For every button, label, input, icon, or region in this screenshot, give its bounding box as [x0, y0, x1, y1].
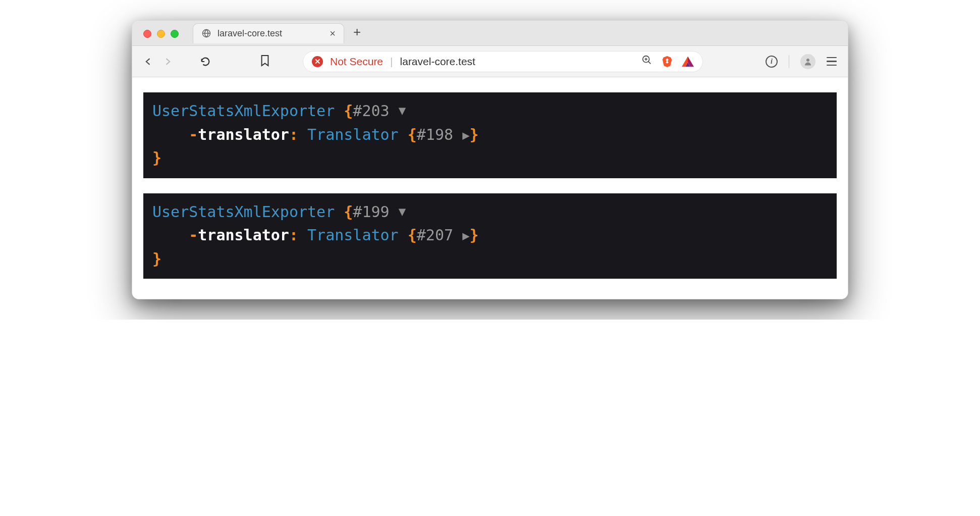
- bat-rewards-icon[interactable]: [682, 56, 694, 67]
- not-secure-icon: ✕: [312, 56, 323, 67]
- dump-object-id: #199: [353, 203, 389, 221]
- globe-icon: [201, 28, 211, 38]
- url-text: laravel-core.test: [400, 56, 475, 68]
- page-content: UserStatsXmlExporter {#203 ▼ -translator…: [132, 77, 848, 299]
- dump-property-class: Translator: [307, 126, 399, 143]
- window-titlebar: laravel-core.test × +: [132, 21, 848, 46]
- close-tab-icon[interactable]: ×: [330, 28, 336, 39]
- dump-property-class: Translator: [307, 226, 399, 244]
- tab-strip: laravel-core.test × +: [193, 21, 361, 45]
- dump-property: translator: [198, 126, 289, 143]
- dump-class: UserStatsXmlExporter: [152, 203, 335, 221]
- collapse-caret-icon[interactable]: ▼: [399, 101, 406, 120]
- dump-object-id: #203: [353, 102, 389, 120]
- bookmark-button[interactable]: [259, 54, 270, 69]
- dump-property-id: #198: [417, 126, 453, 143]
- hamburger-menu-icon[interactable]: [827, 57, 837, 66]
- zoom-icon[interactable]: [641, 55, 652, 68]
- expand-caret-icon[interactable]: ▶: [462, 227, 469, 245]
- security-status: Not Secure: [330, 56, 383, 68]
- toolbar-separator: [789, 55, 789, 68]
- browser-window: laravel-core.test × + ✕ Not Secure | lar…: [132, 20, 848, 299]
- window-controls: [143, 30, 179, 38]
- toolbar-right: i: [719, 54, 837, 69]
- dump-class: UserStatsXmlExporter: [152, 102, 335, 120]
- var-dump-block[interactable]: UserStatsXmlExporter {#203 ▼ -translator…: [143, 92, 837, 178]
- collapse-caret-icon[interactable]: ▼: [399, 202, 406, 221]
- expand-caret-icon[interactable]: ▶: [462, 126, 469, 145]
- browser-toolbar: ✕ Not Secure | laravel-core.test: [132, 46, 848, 77]
- svg-point-2: [806, 59, 809, 62]
- dump-property-id: #207: [417, 226, 453, 244]
- close-window-button[interactable]: [143, 30, 151, 38]
- maximize-window-button[interactable]: [171, 30, 179, 38]
- info-icon[interactable]: i: [766, 56, 778, 68]
- back-button[interactable]: [143, 57, 153, 67]
- var-dump-block[interactable]: UserStatsXmlExporter {#199 ▼ -translator…: [143, 193, 837, 279]
- new-tab-button[interactable]: +: [353, 24, 361, 42]
- forward-button[interactable]: [162, 57, 173, 67]
- brave-shields-icon[interactable]: [662, 55, 673, 68]
- reload-button[interactable]: [200, 56, 211, 67]
- dump-property: translator: [198, 226, 289, 244]
- minimize-window-button[interactable]: [157, 30, 165, 38]
- tab-title: laravel-core.test: [217, 28, 282, 39]
- address-separator: |: [390, 56, 393, 68]
- address-bar[interactable]: ✕ Not Secure | laravel-core.test: [303, 51, 703, 72]
- browser-tab[interactable]: laravel-core.test ×: [193, 23, 344, 43]
- profile-avatar[interactable]: [800, 54, 815, 69]
